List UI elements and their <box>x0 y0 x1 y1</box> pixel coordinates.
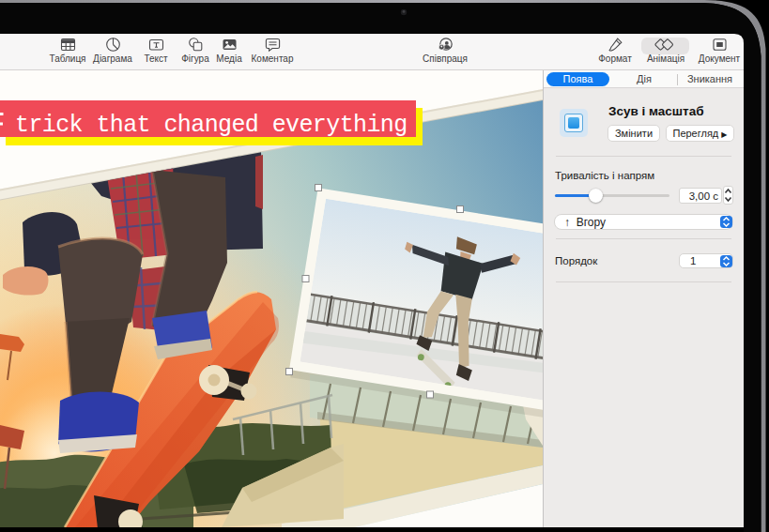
svg-text:trick that changed everything: trick that changed everything <box>15 112 408 139</box>
